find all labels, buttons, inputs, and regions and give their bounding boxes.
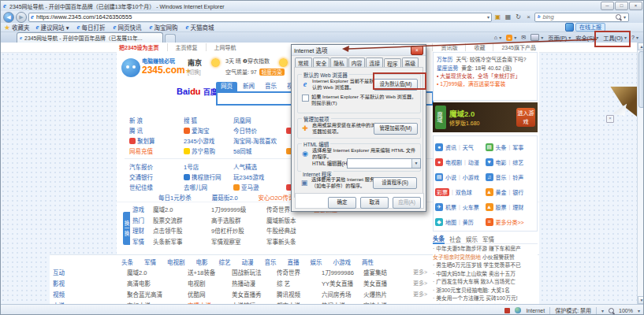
zoom-dropdown-icon[interactable]: ▾ — [638, 308, 640, 313]
category-link[interactable]: 黄金 — [496, 188, 507, 196]
site-link[interactable]: 玩2345游戏 — [233, 172, 286, 181]
bottom-nav-link[interactable]: 电影 — [196, 258, 208, 266]
category-cell[interactable]: ▤小说|小游戏 — [435, 173, 486, 181]
search-tab-音乐[interactable]: 音乐 — [260, 82, 281, 91]
site-link[interactable]: 新 浪 — [129, 116, 184, 124]
favorites-item-label[interactable]: 建议网站 ▾ — [41, 23, 69, 32]
stop-button[interactable]: × — [524, 13, 533, 22]
promo-bullet[interactable]: • 大量现货女装，全场「来就打折」 — [437, 72, 534, 80]
bottom-nav-link[interactable]: 直播 — [288, 258, 300, 266]
news-headline[interactable]: · 美女用一个方法赚元 买砖100万元! — [433, 295, 538, 303]
news-headline[interactable]: 女子相亲时突然倒地 小伙报警获赞 — [433, 254, 538, 262]
maximize-button[interactable]: □ — [615, 2, 628, 10]
feeds-button[interactable]: »▾ — [506, 35, 516, 41]
search-input[interactable]: bing — [543, 13, 613, 20]
set-programs-button[interactable]: 设置程序(S) — [373, 177, 417, 189]
favorites-item[interactable]: e每日打折 — [76, 23, 105, 32]
weather-city[interactable]: 南京 — [188, 57, 202, 68]
category-badge[interactable]: 彩票 — [435, 188, 449, 196]
bottom-nav-link[interactable]: 头条 — [121, 258, 133, 266]
more-link[interactable]: 更多> — [413, 290, 427, 298]
search-icon[interactable] — [616, 14, 621, 20]
category-link[interactable]: 动漫 — [468, 158, 479, 166]
news-tab-军情[interactable]: 军情 — [482, 235, 494, 243]
nav-guide-link[interactable]: 上网导航 — [206, 43, 236, 51]
refresh-strip-tab[interactable]: 换一换 — [123, 212, 130, 245]
info-row-label[interactable]: 星座运势 — [437, 65, 458, 71]
category-cell[interactable]: ▲股票|理财 — [486, 203, 536, 211]
bottom-nav-link[interactable]: 综艺 — [219, 258, 231, 266]
hot-strip-link[interactable]: 牛股经典战 — [266, 226, 314, 235]
bottom-link[interactable]: 高清电影 — [127, 279, 188, 287]
tell-me-checkbox[interactable] — [302, 94, 309, 102]
vertical-scrollbar[interactable]: ▲ ▼ — [637, 43, 644, 304]
news-headline-highlight[interactable]: 女子相亲时突然倒地 — [433, 254, 481, 260]
city-switch-link[interactable]: [切换] — [188, 68, 201, 76]
bottom-link[interactable]: 美女直播秀 — [232, 290, 277, 298]
news-tab-社会[interactable]: 社会 — [449, 235, 461, 243]
category-link[interactable]: 更多分类>> — [496, 218, 524, 226]
category-link[interactable]: 头条 — [496, 143, 507, 151]
bottom-nav-link[interactable]: 音乐 — [265, 258, 277, 266]
bottom-link[interactable]: 火爆热片 — [363, 290, 413, 298]
site-link[interactable]: 汽车报价 — [129, 162, 184, 171]
browser-tab[interactable]: e 2345网址导航 - 开创中国百年品牌（已发展11年... — [17, 32, 163, 43]
bottom-link[interactable]: 聚合蓝光高清 — [127, 290, 188, 298]
news-headline[interactable]: · 男生晒6万元压岁钱 学生党羡慕不已 — [433, 261, 538, 270]
zoom-icon[interactable] — [609, 308, 614, 313]
bottom-nav-link[interactable]: 娱乐 — [311, 258, 322, 266]
news-headline[interactable]: · 中年夫妻5年跑步环游 赚下车和房产 — [433, 245, 538, 254]
category-link[interactable]: 资讯 — [445, 143, 456, 151]
site-link[interactable]: 今日特价 — [233, 126, 286, 135]
site-link[interactable]: 58同城 — [233, 146, 286, 155]
combo-dropdown-icon[interactable]: ▼ — [411, 159, 420, 168]
site-mascot-logo[interactable] — [121, 58, 140, 77]
home-button[interactable]: ⌂▾ — [494, 34, 501, 41]
hot-strip-link[interactable]: 魔域2.0 — [153, 205, 211, 213]
category-cell[interactable]: ◆地图|黄历 — [435, 218, 486, 226]
read-mail-button[interactable]: ✉ — [521, 34, 526, 41]
site-link[interactable]: 世纪佳缘 — [129, 183, 184, 191]
back-button[interactable]: ◀ — [3, 12, 14, 23]
news-tab-娱乐[interactable]: 娱乐 — [466, 235, 478, 243]
game-ad-play-button[interactable]: 进入游戏 — [516, 108, 535, 127]
page-menu-button[interactable]: 页面(P)▾ — [548, 34, 571, 42]
site-link[interactable]: 聚划算 — [129, 136, 184, 145]
category-link[interactable]: 银行 — [512, 188, 523, 196]
site-link[interactable]: 搜 狐 — [184, 116, 233, 124]
site-link[interactable]: 2345小游戏 — [184, 136, 233, 145]
bottom-link[interactable]: 魔域2.0 — [127, 268, 188, 276]
promo-link[interactable]: 蘑菇街2.0 — [212, 193, 238, 202]
category-link[interactable]: 综艺 — [512, 158, 523, 166]
category-cell[interactable]: ●资讯|天气 — [435, 143, 486, 151]
promo-link[interactable]: 安心O2O传奇 — [259, 193, 295, 202]
site-link[interactable]: 网易充值 — [129, 146, 184, 155]
bottom-link[interactable]: 综 艺 — [277, 279, 322, 287]
ok-button[interactable]: 确定 — [328, 197, 356, 209]
category-cell[interactable]: ▤头条|军事 — [486, 143, 536, 151]
category-link[interactable]: 股票 — [496, 203, 507, 211]
game-ad-banner[interactable]: 魔域 魔域2.0 修罗版1.680 进入游戏 — [433, 102, 538, 132]
favorites-item-label[interactable]: 网页快讯 — [117, 23, 141, 32]
category-link[interactable]: 军事 — [512, 143, 523, 151]
address-bar[interactable]: e https://www.2345.com/16426350555 ▾ — [28, 13, 492, 22]
site-link[interactable]: 凤凰网 — [233, 116, 286, 124]
hot-strip-link[interactable]: 9倍杠杆炒股 — [211, 226, 266, 235]
favorites-item[interactable]: e天猫商城 — [185, 23, 214, 32]
bottom-link[interactable]: 送+18装备 — [188, 268, 232, 276]
search-dropdown-icon[interactable]: ▾ — [624, 14, 626, 20]
category-cell[interactable]: 彩票|双色球 — [435, 188, 486, 196]
bottom-link[interactable]: 传奇世界 — [277, 268, 322, 276]
topbar-right-link[interactable]: 资讯版 — [432, 43, 457, 51]
more-link[interactable]: 更多> — [413, 268, 427, 276]
news-tab-头条[interactable]: 头条 — [433, 234, 445, 244]
category-cell[interactable]: ▲黄金|银行 — [486, 188, 536, 196]
category-link[interactable]: 机票 — [445, 203, 456, 211]
bottom-link[interactable]: 盛宴集结 — [363, 268, 413, 276]
category-link[interactable]: 理财 — [512, 203, 523, 211]
home-repair-link[interactable]: 主页修复 — [167, 43, 198, 51]
hot-strip-link[interactable]: 魔域新版本 — [266, 216, 314, 224]
dialog-title-bar[interactable]: Internet 选项 × — [292, 45, 426, 56]
category-link[interactable]: 火车票 — [463, 203, 479, 211]
category-cell[interactable]: ≡更多分类>> — [486, 218, 536, 226]
